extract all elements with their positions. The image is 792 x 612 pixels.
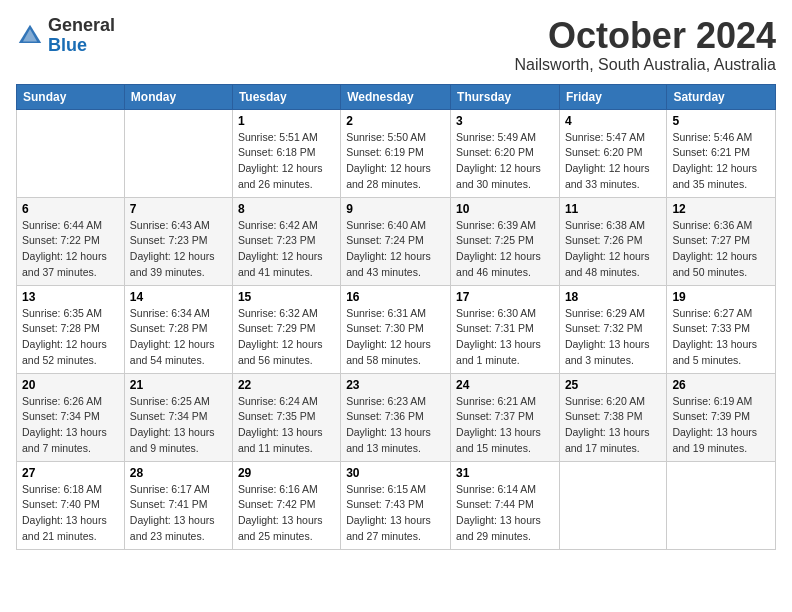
calendar-week-row: 27 Sunrise: 6:18 AM Sunset: 7:40 PM Dayl… <box>17 461 776 549</box>
calendar-cell: 28 Sunrise: 6:17 AM Sunset: 7:41 PM Dayl… <box>124 461 232 549</box>
day-number: 14 <box>130 290 227 304</box>
logo-blue: Blue <box>48 36 115 56</box>
logo: General Blue <box>16 16 115 56</box>
column-header-thursday: Thursday <box>451 84 560 109</box>
day-info: Sunrise: 6:18 AM Sunset: 7:40 PM Dayligh… <box>22 482 119 545</box>
day-info: Sunrise: 6:34 AM Sunset: 7:28 PM Dayligh… <box>130 306 227 369</box>
calendar-header-row: SundayMondayTuesdayWednesdayThursdayFrid… <box>17 84 776 109</box>
day-number: 29 <box>238 466 335 480</box>
calendar-cell: 16 Sunrise: 6:31 AM Sunset: 7:30 PM Dayl… <box>341 285 451 373</box>
day-number: 4 <box>565 114 661 128</box>
logo-icon <box>16 22 44 50</box>
day-info: Sunrise: 6:38 AM Sunset: 7:26 PM Dayligh… <box>565 218 661 281</box>
day-info: Sunrise: 6:16 AM Sunset: 7:42 PM Dayligh… <box>238 482 335 545</box>
day-number: 24 <box>456 378 554 392</box>
day-info: Sunrise: 6:19 AM Sunset: 7:39 PM Dayligh… <box>672 394 770 457</box>
day-number: 31 <box>456 466 554 480</box>
day-number: 23 <box>346 378 445 392</box>
calendar-cell: 20 Sunrise: 6:26 AM Sunset: 7:34 PM Dayl… <box>17 373 125 461</box>
day-number: 30 <box>346 466 445 480</box>
day-info: Sunrise: 6:25 AM Sunset: 7:34 PM Dayligh… <box>130 394 227 457</box>
day-number: 18 <box>565 290 661 304</box>
calendar-cell: 26 Sunrise: 6:19 AM Sunset: 7:39 PM Dayl… <box>667 373 776 461</box>
day-info: Sunrise: 6:23 AM Sunset: 7:36 PM Dayligh… <box>346 394 445 457</box>
calendar-cell: 8 Sunrise: 6:42 AM Sunset: 7:23 PM Dayli… <box>232 197 340 285</box>
column-header-saturday: Saturday <box>667 84 776 109</box>
day-info: Sunrise: 6:42 AM Sunset: 7:23 PM Dayligh… <box>238 218 335 281</box>
column-header-tuesday: Tuesday <box>232 84 340 109</box>
day-info: Sunrise: 6:27 AM Sunset: 7:33 PM Dayligh… <box>672 306 770 369</box>
calendar-cell: 25 Sunrise: 6:20 AM Sunset: 7:38 PM Dayl… <box>559 373 666 461</box>
day-info: Sunrise: 5:51 AM Sunset: 6:18 PM Dayligh… <box>238 130 335 193</box>
day-number: 27 <box>22 466 119 480</box>
day-number: 25 <box>565 378 661 392</box>
calendar-cell: 31 Sunrise: 6:14 AM Sunset: 7:44 PM Dayl… <box>451 461 560 549</box>
calendar-cell: 23 Sunrise: 6:23 AM Sunset: 7:36 PM Dayl… <box>341 373 451 461</box>
day-number: 5 <box>672 114 770 128</box>
calendar-cell: 9 Sunrise: 6:40 AM Sunset: 7:24 PM Dayli… <box>341 197 451 285</box>
day-info: Sunrise: 6:39 AM Sunset: 7:25 PM Dayligh… <box>456 218 554 281</box>
calendar-cell: 6 Sunrise: 6:44 AM Sunset: 7:22 PM Dayli… <box>17 197 125 285</box>
day-number: 17 <box>456 290 554 304</box>
calendar-cell: 3 Sunrise: 5:49 AM Sunset: 6:20 PM Dayli… <box>451 109 560 197</box>
day-number: 11 <box>565 202 661 216</box>
calendar-week-row: 1 Sunrise: 5:51 AM Sunset: 6:18 PM Dayli… <box>17 109 776 197</box>
calendar-cell: 24 Sunrise: 6:21 AM Sunset: 7:37 PM Dayl… <box>451 373 560 461</box>
location-title: Nailsworth, South Australia, Australia <box>515 56 776 74</box>
day-number: 7 <box>130 202 227 216</box>
day-number: 2 <box>346 114 445 128</box>
day-number: 26 <box>672 378 770 392</box>
calendar-cell: 11 Sunrise: 6:38 AM Sunset: 7:26 PM Dayl… <box>559 197 666 285</box>
day-info: Sunrise: 6:29 AM Sunset: 7:32 PM Dayligh… <box>565 306 661 369</box>
calendar-table: SundayMondayTuesdayWednesdayThursdayFrid… <box>16 84 776 550</box>
day-info: Sunrise: 6:32 AM Sunset: 7:29 PM Dayligh… <box>238 306 335 369</box>
day-number: 12 <box>672 202 770 216</box>
calendar-week-row: 20 Sunrise: 6:26 AM Sunset: 7:34 PM Dayl… <box>17 373 776 461</box>
calendar-cell: 27 Sunrise: 6:18 AM Sunset: 7:40 PM Dayl… <box>17 461 125 549</box>
calendar-cell: 1 Sunrise: 5:51 AM Sunset: 6:18 PM Dayli… <box>232 109 340 197</box>
column-header-friday: Friday <box>559 84 666 109</box>
day-info: Sunrise: 5:46 AM Sunset: 6:21 PM Dayligh… <box>672 130 770 193</box>
day-number: 1 <box>238 114 335 128</box>
day-number: 28 <box>130 466 227 480</box>
calendar-cell: 18 Sunrise: 6:29 AM Sunset: 7:32 PM Dayl… <box>559 285 666 373</box>
calendar-cell: 12 Sunrise: 6:36 AM Sunset: 7:27 PM Dayl… <box>667 197 776 285</box>
calendar-cell: 14 Sunrise: 6:34 AM Sunset: 7:28 PM Dayl… <box>124 285 232 373</box>
logo-text: General Blue <box>48 16 115 56</box>
calendar-cell: 15 Sunrise: 6:32 AM Sunset: 7:29 PM Dayl… <box>232 285 340 373</box>
day-number: 9 <box>346 202 445 216</box>
calendar-cell: 30 Sunrise: 6:15 AM Sunset: 7:43 PM Dayl… <box>341 461 451 549</box>
day-number: 8 <box>238 202 335 216</box>
logo-general: General <box>48 16 115 36</box>
calendar-cell: 7 Sunrise: 6:43 AM Sunset: 7:23 PM Dayli… <box>124 197 232 285</box>
calendar-cell <box>559 461 666 549</box>
day-info: Sunrise: 6:30 AM Sunset: 7:31 PM Dayligh… <box>456 306 554 369</box>
day-info: Sunrise: 5:49 AM Sunset: 6:20 PM Dayligh… <box>456 130 554 193</box>
day-number: 20 <box>22 378 119 392</box>
day-info: Sunrise: 5:47 AM Sunset: 6:20 PM Dayligh… <box>565 130 661 193</box>
day-info: Sunrise: 6:44 AM Sunset: 7:22 PM Dayligh… <box>22 218 119 281</box>
calendar-cell: 13 Sunrise: 6:35 AM Sunset: 7:28 PM Dayl… <box>17 285 125 373</box>
calendar-cell: 22 Sunrise: 6:24 AM Sunset: 7:35 PM Dayl… <box>232 373 340 461</box>
day-number: 15 <box>238 290 335 304</box>
day-info: Sunrise: 6:17 AM Sunset: 7:41 PM Dayligh… <box>130 482 227 545</box>
day-info: Sunrise: 6:35 AM Sunset: 7:28 PM Dayligh… <box>22 306 119 369</box>
day-info: Sunrise: 6:24 AM Sunset: 7:35 PM Dayligh… <box>238 394 335 457</box>
calendar-cell: 10 Sunrise: 6:39 AM Sunset: 7:25 PM Dayl… <box>451 197 560 285</box>
page-header: General Blue October 2024 Nailsworth, So… <box>16 16 776 74</box>
day-number: 21 <box>130 378 227 392</box>
calendar-cell <box>17 109 125 197</box>
calendar-cell <box>124 109 232 197</box>
day-number: 10 <box>456 202 554 216</box>
day-number: 16 <box>346 290 445 304</box>
calendar-week-row: 13 Sunrise: 6:35 AM Sunset: 7:28 PM Dayl… <box>17 285 776 373</box>
day-info: Sunrise: 5:50 AM Sunset: 6:19 PM Dayligh… <box>346 130 445 193</box>
day-info: Sunrise: 6:31 AM Sunset: 7:30 PM Dayligh… <box>346 306 445 369</box>
column-header-sunday: Sunday <box>17 84 125 109</box>
column-header-wednesday: Wednesday <box>341 84 451 109</box>
calendar-cell: 4 Sunrise: 5:47 AM Sunset: 6:20 PM Dayli… <box>559 109 666 197</box>
title-area: October 2024 Nailsworth, South Australia… <box>515 16 776 74</box>
column-header-monday: Monday <box>124 84 232 109</box>
day-info: Sunrise: 6:14 AM Sunset: 7:44 PM Dayligh… <box>456 482 554 545</box>
day-info: Sunrise: 6:43 AM Sunset: 7:23 PM Dayligh… <box>130 218 227 281</box>
